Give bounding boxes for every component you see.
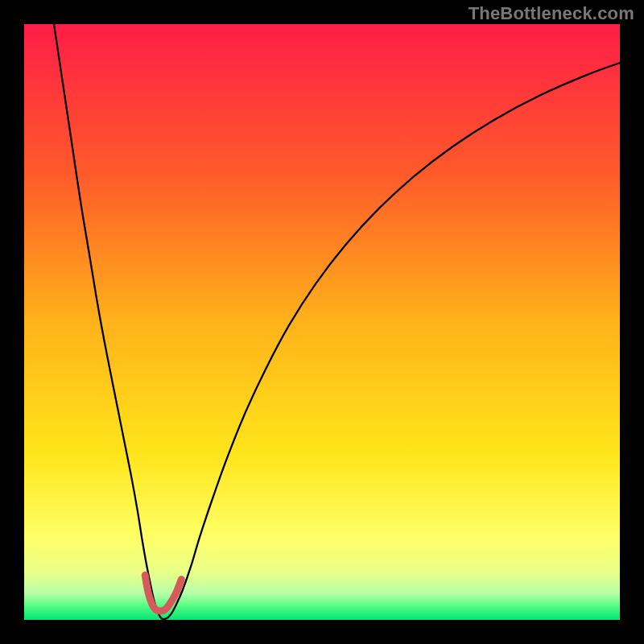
chart-frame: TheBottleneck.com bbox=[0, 0, 644, 644]
plot-area bbox=[24, 24, 620, 620]
watermark-text: TheBottleneck.com bbox=[469, 3, 634, 24]
chart-curves bbox=[24, 24, 620, 620]
series-bottleneck-curve bbox=[54, 24, 620, 619]
